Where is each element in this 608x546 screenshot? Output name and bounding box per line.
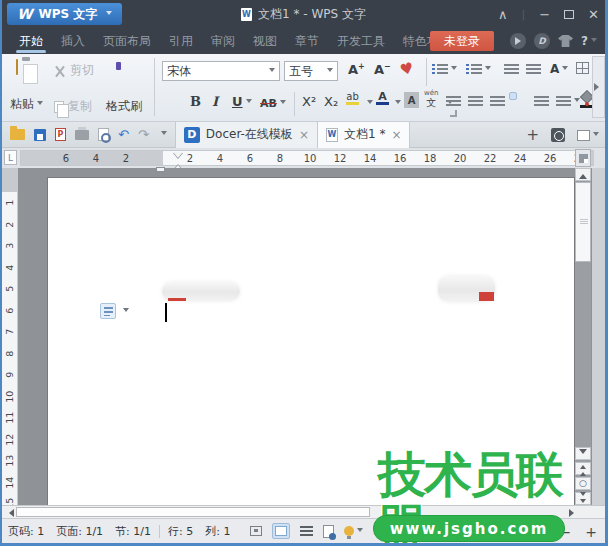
numbered-list-button[interactable]: [466, 64, 491, 75]
new-tab-button[interactable]: +: [526, 126, 539, 144]
vertical-scroll-thumb[interactable]: [575, 182, 591, 262]
tab-document1[interactable]: W 文档1 * ×: [318, 122, 411, 148]
grow-font-button[interactable]: A+: [348, 62, 365, 77]
fullscreen-icon[interactable]: [250, 526, 262, 536]
status-section: 节: 1/1: [109, 524, 157, 539]
menu-tab[interactable]: 页面布局: [94, 28, 160, 54]
save-icon[interactable]: [34, 129, 46, 141]
tab-close-icon[interactable]: ×: [299, 128, 309, 142]
font-name-select[interactable]: 宋体: [162, 61, 280, 81]
strikethrough-button[interactable]: AB: [260, 96, 286, 110]
tab-docer[interactable]: D Docer-在线模板 ×: [175, 122, 318, 148]
tab-docer-label: Docer-在线模板: [206, 126, 293, 143]
font-color-dropdown[interactable]: [392, 96, 401, 110]
tab-close-icon[interactable]: ×: [391, 128, 401, 142]
text-cursor: [165, 303, 167, 322]
undo-icon[interactable]: ↶: [118, 127, 129, 142]
title-bar: W WPS 文字 W 文档1 * - WPS 文字 ∧ | − ✕: [2, 0, 605, 28]
paste-icon[interactable]: [16, 60, 18, 74]
wps-logo-icon: W: [17, 6, 32, 22]
export-pdf-icon[interactable]: P: [55, 128, 66, 141]
status-page-count: 页面: 1/1: [50, 524, 109, 539]
outline-view-icon[interactable]: [300, 526, 313, 536]
align-right-button[interactable]: [490, 96, 505, 107]
history-icon[interactable]: [551, 128, 565, 142]
window-controls-separator: |: [521, 8, 525, 21]
menu-tab[interactable]: 开发工具: [328, 28, 394, 54]
numbered-list-icon: [466, 64, 482, 75]
menu-tab[interactable]: 章节: [286, 28, 328, 54]
scroll-left-button[interactable]: [3, 507, 16, 518]
char-shading-button[interactable]: A: [404, 92, 419, 108]
paste-button[interactable]: 粘贴: [10, 96, 43, 113]
minimize-button[interactable]: −: [539, 7, 550, 22]
font-color-button[interactable]: A: [376, 91, 389, 105]
menu-tab[interactable]: 插入: [52, 28, 94, 54]
text-effects-button[interactable]: ♥: [398, 59, 415, 80]
highlight-dropdown[interactable]: [364, 96, 373, 110]
skin-icon[interactable]: [558, 35, 573, 47]
superscript-button[interactable]: X²: [302, 94, 316, 109]
wps-doc-icon: W: [326, 128, 338, 142]
tab-list-button[interactable]: [577, 130, 599, 141]
print-preview-icon[interactable]: [98, 128, 109, 141]
login-button[interactable]: 未登录: [430, 31, 494, 51]
pinyin-guide-button[interactable]: wén 文: [424, 90, 438, 108]
lightbulb-icon: [344, 526, 354, 536]
distribute-button[interactable]: [534, 96, 549, 107]
help-button[interactable]: ?: [581, 34, 597, 48]
ribbon-expand-button[interactable]: [592, 56, 605, 118]
left-indent-marker[interactable]: [156, 167, 165, 172]
text-tools-grid-icon[interactable]: [576, 62, 589, 74]
char-scale-button[interactable]: A: [550, 62, 568, 76]
font-size-select[interactable]: 五号: [284, 61, 338, 81]
docer-circle-icon[interactable]: D: [534, 33, 550, 49]
wps-writer-window: W WPS 文字 W 文档1 * - WPS 文字 ∧ | − ✕ 开始插入页面…: [0, 0, 608, 546]
highlight-color-button[interactable]: ab: [346, 92, 359, 105]
close-button[interactable]: ✕: [588, 7, 599, 22]
wps-app-button[interactable]: W WPS 文字: [7, 3, 122, 25]
increase-indent-button[interactable]: [526, 64, 541, 75]
format-painter-button[interactable]: 格式刷: [106, 98, 142, 115]
vertical-ruler-numbers: 123456789101112131415: [2, 192, 17, 515]
paste-options-button[interactable]: [100, 303, 129, 319]
page-view-button[interactable]: [272, 523, 290, 539]
ruler-toggle-button[interactable]: [575, 149, 591, 167]
shrink-font-button[interactable]: A−: [374, 62, 391, 77]
italic-button[interactable]: I: [212, 94, 218, 109]
copy-button[interactable]: 复制: [54, 98, 92, 115]
feedback-icon[interactable]: [510, 33, 526, 49]
underline-button[interactable]: U: [232, 94, 252, 109]
maximize-button[interactable]: [564, 10, 574, 19]
line-spacing-button[interactable]: [556, 96, 580, 107]
collapse-ribbon-icon[interactable]: ∧: [498, 7, 508, 22]
bullet-list-button[interactable]: [432, 64, 457, 75]
tips-button[interactable]: [344, 526, 363, 536]
font-dialog-launcher[interactable]: [450, 110, 457, 117]
quick-access-dropdown[interactable]: [161, 131, 167, 138]
open-file-icon[interactable]: [10, 129, 25, 140]
ruler-row: L 642 24681012141618202224262830: [2, 148, 605, 168]
bold-button[interactable]: B: [190, 94, 201, 109]
vertical-ruler[interactable]: 123456789101112131415: [2, 168, 18, 505]
menu-tab[interactable]: 视图: [244, 28, 286, 54]
ribbon: 粘贴 剪切 复制 格式刷 宋体 五号 A+ A− ♥ B I: [2, 54, 605, 122]
print-icon[interactable]: [75, 130, 89, 140]
document-history-icon[interactable]: [323, 525, 334, 538]
align-left-button[interactable]: [446, 96, 461, 107]
menu-tab[interactable]: 引用: [160, 28, 202, 54]
decrease-indent-button[interactable]: [504, 64, 519, 75]
menu-tab[interactable]: 审阅: [202, 28, 244, 54]
spellcheck-underline-1: [168, 298, 186, 301]
horizontal-scroll-thumb[interactable]: [16, 507, 370, 517]
subscript-button[interactable]: X₂: [324, 94, 338, 109]
justify-button[interactable]: [509, 92, 517, 100]
window-title-text: 文档1 * - WPS 文字: [258, 6, 366, 23]
scroll-up-button[interactable]: [575, 168, 591, 181]
horizontal-ruler[interactable]: 642 24681012141618202224262830: [20, 150, 594, 166]
cut-button[interactable]: 剪切: [54, 62, 94, 79]
align-center-button[interactable]: [468, 96, 483, 107]
redo-icon[interactable]: ↷: [138, 127, 149, 142]
menu-tab[interactable]: 开始: [10, 28, 52, 54]
tab-stop-selector[interactable]: L: [4, 150, 17, 165]
